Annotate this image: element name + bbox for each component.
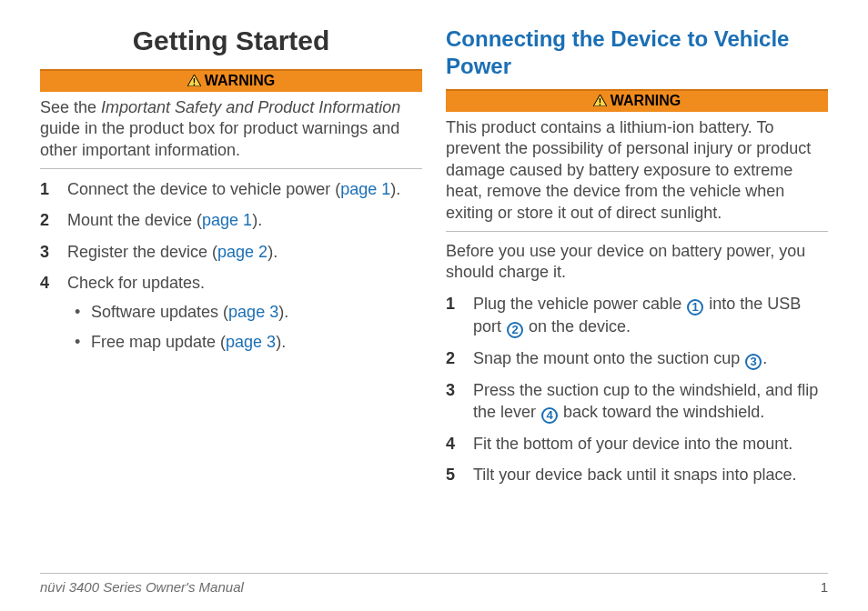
warning-triangle-icon: ! [593,95,607,106]
left-column: Getting Started ! WARNING See the Import… [40,25,422,566]
warning-triangle-icon: ! [187,75,201,86]
columns: Getting Started ! WARNING See the Import… [40,25,828,566]
sub-item-software: Software updates (page 3). [71,301,422,323]
step-number: 2 [446,347,455,369]
connect-steps: 1 Plug the vehicle power cable 1 into th… [446,293,828,486]
callout-icon: 2 [507,322,523,338]
callout-icon: 4 [541,407,558,424]
svg-text:!: ! [193,77,196,87]
warning-banner-left: ! WARNING [40,69,422,92]
step-number: 3 [446,379,455,401]
step-number: 2 [40,209,49,231]
step-text: Fit the bottom of your device into the m… [473,435,792,453]
step-number: 1 [446,293,455,315]
warning-banner-right: ! WARNING [446,89,828,112]
step-text: on the device. [524,317,631,336]
step-text-post: ). [267,243,278,261]
step-text: Mount the device ( [67,211,202,229]
page-link[interactable]: page 1 [340,180,390,198]
step-text-post: ). [252,211,262,229]
callout-icon: 3 [745,354,762,370]
warning-pre: See the [40,98,101,116]
page-link[interactable]: page 2 [217,243,267,261]
step-number: 1 [40,178,49,200]
step-text: . [762,349,767,367]
page-title: Getting Started [40,25,422,56]
step-3: 3 Register the device (page 2). [40,241,422,263]
sub-text-post: ). [276,333,286,351]
warning-text-left: See the Important Safety and Product Inf… [40,92,422,169]
warning-text-right: This product contains a lithium-ion batt… [446,112,828,232]
step-text: Register the device ( [67,243,217,261]
step-number: 5 [446,464,455,486]
step-number: 4 [40,272,49,294]
step-text-post: ). [390,180,400,198]
warning-label: WARNING [205,73,275,88]
sub-text: Software updates ( [91,303,228,321]
warning-label: WARNING [611,93,681,108]
callout-icon: 1 [687,299,703,316]
svg-text:!: ! [599,97,601,107]
step-text: Tilt your device back until it snaps int… [473,466,797,484]
step-2: 2 Mount the device (page 1). [40,209,422,231]
sub-text-post: ). [278,303,288,321]
sub-list: Software updates (page 3). Free map upda… [71,301,422,353]
right-column: Connecting the Device to Vehicle Power !… [446,25,828,566]
step-text: Check for updates. [67,274,205,292]
warning-em: Important Safety and Product Information [101,98,400,116]
step-text: Snap the mount onto the suction cup [473,349,744,367]
page-number: 1 [821,579,828,595]
cstep-4: 4 Fit the bottom of your device into the… [446,433,828,455]
warning-post: guide in the product box for product war… [40,119,399,158]
cstep-2: 2 Snap the mount onto the suction cup 3. [446,347,828,370]
page-link[interactable]: page 3 [228,303,278,321]
step-text: back toward the windshield. [559,403,764,421]
page: Getting Started ! WARNING See the Import… [0,0,868,611]
intro-paragraph: Before you use your device on battery po… [446,241,828,284]
getting-started-steps: 1 Connect the device to vehicle power (p… [40,178,422,353]
step-text: Plug the vehicle power cable [473,295,686,313]
cstep-5: 5 Tilt your device back until it snaps i… [446,464,828,486]
step-text: Connect the device to vehicle power ( [67,180,340,198]
step-number: 4 [446,433,455,455]
cstep-3: 3 Press the suction cup to the windshiel… [446,379,828,424]
sub-item-map: Free map update (page 3). [71,331,422,353]
step-1: 1 Connect the device to vehicle power (p… [40,178,422,200]
step-4: 4 Check for updates. Software updates (p… [40,272,422,353]
section-heading: Connecting the Device to Vehicle Power [446,25,828,80]
page-link[interactable]: page 3 [226,333,276,351]
cstep-1: 1 Plug the vehicle power cable 1 into th… [446,293,828,338]
sub-text: Free map update ( [91,333,226,351]
step-number: 3 [40,241,49,263]
footer: nüvi 3400 Series Owner's Manual 1 [40,573,828,595]
page-link[interactable]: page 1 [202,211,252,229]
footer-text: nüvi 3400 Series Owner's Manual [40,579,244,595]
